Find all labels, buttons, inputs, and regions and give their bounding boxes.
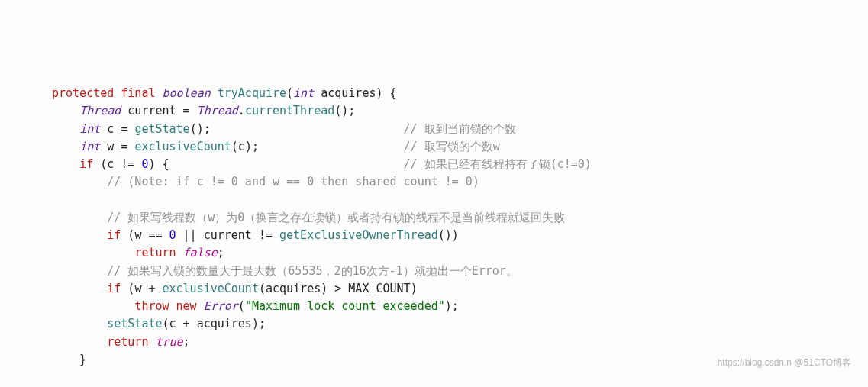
- type-thread: Thread: [79, 104, 121, 118]
- var-current: current: [127, 104, 176, 118]
- keyword-if: if: [107, 282, 121, 295]
- call-getState: getState: [134, 122, 189, 136]
- keyword-throw: throw: [134, 299, 169, 313]
- keyword-final: final: [121, 86, 155, 100]
- keyword-if: if: [79, 157, 93, 171]
- num-0: 0: [169, 228, 176, 242]
- type-int: int: [79, 140, 100, 153]
- keyword-return: return: [107, 335, 148, 349]
- param-acquires: acquires: [321, 86, 376, 100]
- keyword-protected: protected: [52, 86, 114, 100]
- var-w: w: [134, 228, 141, 242]
- keyword-if: if: [107, 228, 121, 242]
- var-w: w: [134, 282, 141, 295]
- comment-l4: // 取写锁的个数w: [404, 140, 500, 153]
- type-error: Error: [204, 299, 238, 313]
- type-int: int: [293, 86, 314, 100]
- watermark: https://blog.csdn.n @51CTO博客: [718, 356, 851, 370]
- var-c: c: [107, 157, 114, 171]
- string-literal: "Maximum lock count exceeded": [245, 299, 445, 313]
- keyword-new: new: [176, 299, 197, 313]
- num-0: 0: [141, 157, 148, 171]
- type-boolean: boolean: [163, 86, 211, 100]
- comment-l10: // 如果写入锁的数量大于最大数（65535，2的16次方-1）就抛出一个Err…: [107, 264, 518, 278]
- bool-true: true: [155, 335, 182, 349]
- call-setState: setState: [107, 317, 162, 331]
- arg-c: c: [169, 317, 176, 331]
- code-block: protected final boolean tryAcquire(int a…: [52, 85, 868, 387]
- call-exclusiveCount: exclusiveCount: [163, 282, 259, 295]
- comment-l5: // 如果已经有线程持有了锁(c!=0): [404, 157, 592, 171]
- bool-false: false: [183, 246, 218, 260]
- class-thread: Thread: [197, 104, 238, 118]
- call-exclusiveCount: exclusiveCount: [134, 140, 231, 153]
- arg-acquires: acquires: [266, 282, 321, 295]
- comment-l6: // (Note: if c != 0 and w == 0 then shar…: [107, 175, 479, 189]
- comment-l3: // 取到当前锁的个数: [404, 122, 516, 136]
- var-current: current: [204, 228, 252, 242]
- call-currentThread: currentThread: [245, 104, 334, 118]
- call-getExclusiveOwnerThread: getExclusiveOwnerThread: [279, 228, 438, 242]
- comment-l7: // 如果写线程数（w）为0（换言之存在读锁）或者持有锁的线程不是当前线程就返回…: [107, 211, 565, 224]
- var-w: w: [107, 140, 114, 153]
- arg-acquires: acquires: [197, 317, 252, 331]
- type-int: int: [79, 122, 100, 136]
- var-c: c: [107, 122, 114, 136]
- keyword-return: return: [134, 246, 176, 260]
- method-tryAcquire: tryAcquire: [218, 86, 286, 100]
- const-max: MAX_COUNT: [348, 282, 410, 295]
- arg-c: c: [238, 140, 245, 153]
